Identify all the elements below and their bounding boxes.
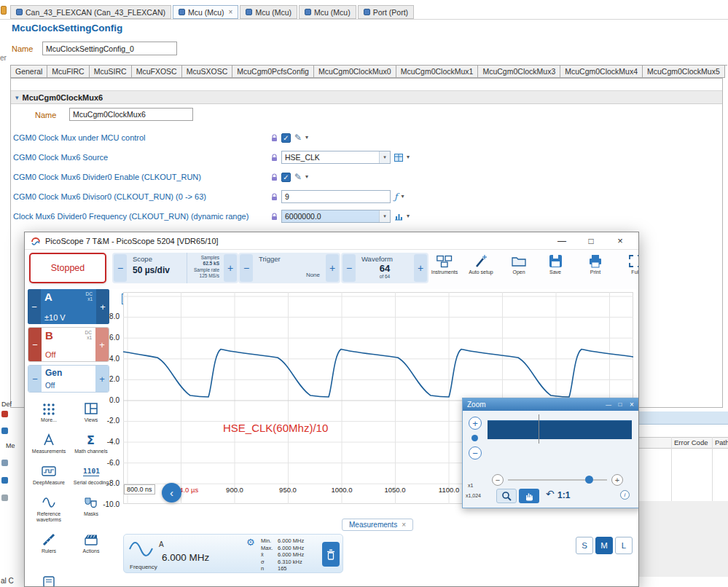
scope-increase-button[interactable]: +	[224, 254, 237, 282]
masks-button[interactable]: Masks	[70, 495, 112, 523]
zoom-cursor-line[interactable]	[539, 414, 539, 444]
generator-state[interactable]: Off	[45, 382, 92, 390]
size-large-button[interactable]: L	[615, 537, 633, 554]
tab-clockmux4[interactable]: McuCgm0ClockMux4	[560, 65, 643, 78]
undo-icon[interactable]: ↶	[546, 488, 555, 500]
full-screen-button[interactable]: Full	[618, 252, 639, 275]
column-header-error-code[interactable]: Error Code	[674, 438, 708, 446]
delete-measurement-button[interactable]	[322, 542, 340, 567]
tab-clockmux6-selected[interactable]: McuCgm0ClockMux6	[725, 65, 727, 79]
deepmeasure-button[interactable]: DeepMeasure	[28, 464, 70, 486]
zoom-out-button[interactable]: −	[469, 446, 482, 460]
size-small-button[interactable]: S	[576, 537, 593, 554]
section-header[interactable]: ▾ McuCgm0ClockMux6	[11, 90, 722, 104]
picoscope-titlebar[interactable]: PicoScope 7 T&M - PicoScope 5204 [VDR65/…	[25, 232, 638, 250]
size-medium-button[interactable]: M	[595, 537, 613, 554]
chevron-down-icon[interactable]: ▾	[407, 213, 410, 219]
zoom-handle-dot[interactable]	[471, 435, 478, 441]
minimize-icon[interactable]: —	[604, 401, 613, 408]
tab-mcusxosc[interactable]: McuSXOSC	[182, 65, 233, 78]
measurement-card[interactable]: A Frequency 6.000 MHz ⚙ Min.6.000 MHz Ma…	[123, 534, 343, 573]
channel-b-range[interactable]: Off	[45, 351, 92, 359]
pan-hand-button[interactable]	[519, 489, 539, 503]
chevron-down-icon[interactable]: ▾	[401, 194, 404, 200]
measurements-tab[interactable]: Measurements ×	[342, 519, 413, 531]
waveform-next-button[interactable]: +	[414, 254, 427, 282]
minimize-icon[interactable]: —	[549, 236, 574, 246]
tab-mcufxosc[interactable]: McuFXOSC	[132, 65, 182, 78]
more-button[interactable]: More...	[28, 401, 70, 423]
channel-b-decrease[interactable]: −	[28, 328, 42, 361]
close-icon[interactable]: ×	[402, 521, 406, 529]
actions-button[interactable]: Actions	[70, 532, 112, 554]
frequency-combo[interactable]: 6000000.0 ▾	[281, 210, 391, 223]
trigger-mode[interactable]: None	[259, 272, 320, 278]
chart-icon[interactable]	[394, 213, 403, 221]
slider-increase-button[interactable]: +	[611, 474, 623, 486]
zoom-ratio-label[interactable]: 1:1	[557, 490, 570, 500]
view-icon[interactable]	[1, 428, 8, 434]
trigger-increase-button[interactable]: +	[326, 254, 339, 282]
instruments-button[interactable]: Instruments	[427, 252, 462, 275]
formula-icon[interactable]: ƒ	[394, 192, 397, 201]
edit-pencil-icon[interactable]: ✎	[294, 133, 302, 142]
trigger-decrease-button[interactable]: −	[240, 254, 253, 282]
info-icon[interactable]: i	[620, 490, 630, 500]
section-collapse-icon[interactable]: ▾	[15, 94, 19, 101]
auto-setup-button[interactable]: Auto setup	[463, 252, 498, 275]
generator-decrease[interactable]: −	[28, 366, 42, 392]
tab-clockmux5[interactable]: McuCgm0ClockMux5	[643, 65, 725, 78]
print-button[interactable]: Print	[580, 252, 611, 275]
name-input[interactable]: McuClockSettingConfig_0	[42, 42, 177, 55]
magnifier-button[interactable]	[496, 489, 517, 503]
gear-icon[interactable]: ⚙	[246, 537, 255, 548]
checkbox-checked[interactable]: ✓	[281, 173, 291, 182]
editor-tab-mcu-active[interactable]: Mcu (Mcu) ×	[173, 5, 238, 19]
chevron-down-icon[interactable]: ▾	[379, 210, 390, 222]
waveform-number[interactable]: 64	[380, 263, 390, 274]
zoom-in-button[interactable]: +	[469, 417, 482, 430]
zoom-panel[interactable]: Zoom — □ × + − − + x1 x1,024 ↶ 1:	[462, 398, 639, 508]
zoom-overview-bar[interactable]	[488, 420, 632, 439]
rulers-button[interactable]: Rulers	[28, 532, 70, 554]
save-button[interactable]: Save	[540, 252, 571, 275]
waveform-prev-button[interactable]: −	[343, 254, 356, 282]
chevron-down-icon[interactable]: ▾	[407, 154, 410, 160]
zoom-slider-handle[interactable]	[585, 476, 593, 484]
source-select[interactable]: HSE_CLK ▾	[281, 151, 391, 164]
stopped-button[interactable]: Stopped	[29, 253, 106, 283]
table-icon[interactable]	[394, 154, 403, 162]
tab-clockmux1[interactable]: McuCgm0ClockMux1	[396, 65, 479, 78]
x-first-tick-box[interactable]: 800.0 ns	[124, 484, 155, 495]
chevron-down-icon[interactable]: ▾	[379, 151, 390, 163]
channel-a-decrease[interactable]: −	[28, 289, 41, 324]
tab-general[interactable]: General	[10, 65, 47, 78]
scope-decrease-button[interactable]: −	[114, 254, 127, 282]
tab-pcfsconfig[interactable]: McuCgm0PcfsConfig	[232, 65, 314, 78]
tab-mcusirc[interactable]: McuSIRC	[90, 65, 132, 78]
tab-clockmux3[interactable]: McuCgm0ClockMux3	[478, 65, 560, 78]
chevron-down-icon[interactable]: ▾	[305, 174, 308, 180]
view-icon[interactable]	[1, 411, 8, 417]
notes-icon[interactable]	[42, 576, 57, 587]
inner-name-input[interactable]: McuCgm0ClockMux6	[69, 108, 193, 121]
slider-decrease-button[interactable]: −	[492, 474, 504, 486]
view-icon[interactable]	[1, 495, 8, 501]
editor-tab-can[interactable]: Can_43_FLEXCAN (Can_43_FLEXCAN)	[10, 5, 171, 19]
column-header-path[interactable]: Path	[715, 438, 728, 446]
divisor-input[interactable]: 9	[281, 190, 391, 203]
zoom-titlebar[interactable]: Zoom — □ ×	[463, 398, 639, 411]
editor-tab-mcu2[interactable]: Mcu (Mcu)	[240, 5, 297, 19]
tab-clockmux0[interactable]: McuCgm0ClockMux0	[314, 65, 396, 78]
editor-tab-port[interactable]: Port (Port)	[358, 5, 414, 19]
tab-mcufirc[interactable]: McuFIRC	[47, 65, 89, 78]
reference-waveforms-button[interactable]: Reference waveforms	[28, 495, 70, 523]
close-icon[interactable]: ×	[229, 8, 233, 16]
edit-pencil-icon[interactable]: ✎	[294, 173, 302, 181]
checkbox-checked[interactable]: ✓	[281, 133, 291, 143]
editor-tab-mcu3[interactable]: Mcu (Mcu)	[299, 5, 356, 19]
close-icon[interactable]: ×	[608, 235, 633, 246]
view-icon[interactable]	[1, 460, 8, 466]
channel-a-range[interactable]: ±10 V	[44, 314, 93, 322]
timebase-value[interactable]: 50 µs/div	[133, 265, 182, 275]
